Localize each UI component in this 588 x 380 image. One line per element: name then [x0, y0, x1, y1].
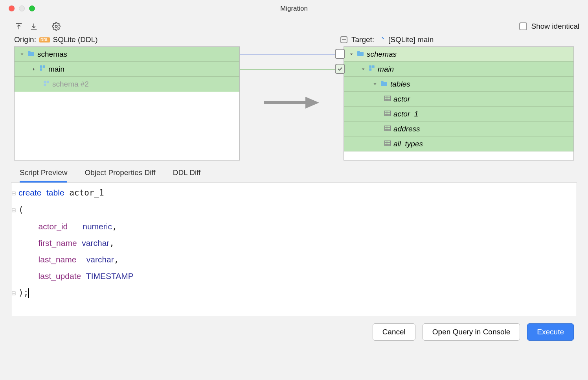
- tree-label: schemas: [37, 50, 67, 59]
- svg-rect-25: [385, 141, 391, 146]
- connector-lines: [240, 51, 344, 83]
- toolbar-separator: [45, 21, 45, 31]
- svg-rect-21: [385, 126, 391, 131]
- table-icon: [384, 140, 391, 148]
- svg-rect-2: [43, 65, 45, 68]
- tabs: Script Preview Object Properties Diff DD…: [0, 160, 588, 183]
- tree-label: all_types: [393, 140, 423, 148]
- tree-row-table[interactable]: actor_1: [344, 107, 573, 122]
- tab-script-preview[interactable]: Script Preview: [20, 168, 67, 183]
- titlebar: Migration: [0, 0, 588, 17]
- svg-rect-5: [47, 81, 49, 83]
- tree-row-tables[interactable]: tables: [344, 77, 573, 92]
- window-title: Migration: [0, 5, 588, 13]
- tree-label: address: [393, 125, 420, 133]
- checkbox-icon: [519, 22, 527, 30]
- tree-label: actor_1: [393, 110, 418, 118]
- panel-labels: Origin: DDL SQLite (DDL) Target: [SQLite…: [0, 35, 588, 44]
- tree-row-schemas[interactable]: schemas: [15, 47, 239, 62]
- table-icon: [384, 95, 391, 103]
- chevron-right-icon[interactable]: [31, 66, 37, 72]
- toolbar: Show identical: [0, 17, 588, 35]
- gear-icon[interactable]: [51, 22, 61, 31]
- execute-button[interactable]: Execute: [527, 323, 574, 341]
- chevron-down-icon[interactable]: [349, 52, 354, 57]
- origin-label: Origin:: [14, 35, 36, 44]
- target-tree: schemas main tables actoractor_1addressa…: [344, 46, 574, 160]
- folder-icon: [356, 50, 364, 59]
- schema-icon: [39, 65, 46, 74]
- svg-rect-17: [385, 111, 391, 116]
- svg-rect-12: [369, 68, 371, 71]
- tree-row-main[interactable]: main: [15, 62, 239, 77]
- svg-rect-4: [44, 81, 46, 83]
- svg-rect-3: [40, 68, 42, 71]
- svg-rect-10: [369, 65, 371, 68]
- tree-label: main: [378, 65, 394, 74]
- tree-row-table[interactable]: all_types: [344, 137, 573, 151]
- table-icon: [384, 110, 391, 118]
- schema-icon: [43, 80, 50, 89]
- origin-label-row: Origin: DDL SQLite (DDL): [14, 35, 336, 44]
- svg-point-0: [55, 25, 57, 28]
- schema-icon: [368, 65, 375, 74]
- tab-object-properties-diff[interactable]: Object Properties Diff: [85, 168, 155, 183]
- collapse-icon[interactable]: [340, 36, 347, 43]
- code-content: ⊟create table actor_1 ⊟( actor_id numeri…: [11, 183, 577, 303]
- collapse-all-icon[interactable]: [14, 22, 24, 31]
- svg-rect-9: [264, 101, 307, 104]
- middle-area: [240, 46, 344, 160]
- target-source: [SQLite] main: [388, 35, 434, 44]
- tree-row-schemas[interactable]: schemas: [344, 47, 573, 62]
- table-icon: [384, 125, 391, 133]
- diff-checkbox-unchecked[interactable]: [335, 49, 345, 59]
- expand-all-icon[interactable]: [29, 22, 39, 31]
- tree-label: schemas: [367, 50, 397, 59]
- diff-checkbox-checked[interactable]: [335, 64, 345, 74]
- origin-tree: schemas main schema #2: [14, 46, 240, 160]
- show-identical-label: Show identical: [531, 22, 579, 31]
- folder-icon: [27, 50, 35, 59]
- tree-row-main[interactable]: main: [344, 62, 573, 77]
- svg-rect-1: [40, 65, 42, 68]
- chevron-down-icon[interactable]: [360, 66, 366, 72]
- svg-rect-13: [385, 96, 391, 101]
- target-label-row: Target: [SQLite] main: [351, 35, 574, 44]
- datasource-icon: [377, 36, 385, 44]
- tree-label: schema #2: [52, 80, 89, 89]
- show-identical-checkbox[interactable]: Show identical: [519, 22, 579, 31]
- arrow-right-icon: [264, 97, 319, 110]
- tab-ddl-diff[interactable]: DDL Diff: [173, 168, 201, 183]
- script-editor[interactable]: ⊟create table actor_1 ⊟( actor_id numeri…: [11, 183, 577, 316]
- svg-rect-6: [44, 83, 46, 86]
- cancel-button[interactable]: Cancel: [373, 323, 415, 341]
- svg-rect-11: [372, 65, 375, 68]
- tree-label: actor: [393, 95, 410, 103]
- chevron-down-icon[interactable]: [372, 81, 378, 87]
- open-query-console-button[interactable]: Open Query in Console: [423, 323, 520, 341]
- folder-icon: [380, 80, 388, 89]
- target-label: Target:: [351, 35, 374, 44]
- tree-row-schema2[interactable]: schema #2: [15, 77, 239, 92]
- comparison-panels: schemas main schema #2 schemas: [0, 46, 588, 160]
- tree-row-table[interactable]: actor: [344, 92, 573, 107]
- footer: Cancel Open Query in Console Execute: [0, 316, 588, 348]
- tree-label: main: [48, 65, 64, 74]
- chevron-down-icon[interactable]: [19, 52, 25, 57]
- tree-label: tables: [390, 80, 410, 89]
- ddl-badge-icon: DDL: [39, 37, 50, 42]
- tree-row-table[interactable]: address: [344, 122, 573, 137]
- origin-source: SQLite (DDL): [53, 35, 98, 44]
